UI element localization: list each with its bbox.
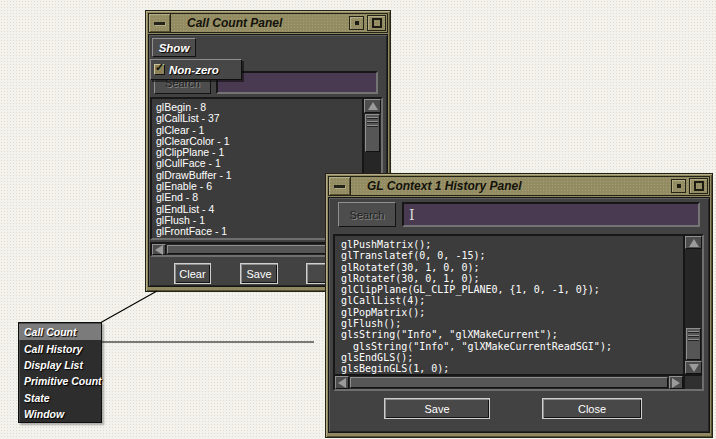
menu-item[interactable]: Primitive Count	[19, 373, 101, 389]
text-cursor: I	[404, 207, 415, 223]
scroll-right-button[interactable]	[669, 376, 683, 389]
window-menu-button[interactable]	[671, 179, 686, 193]
dot-icon	[677, 184, 681, 188]
scrollbar-corner	[683, 374, 702, 389]
history-line[interactable]: glClipPlane(GL_CLIP_PLANE0, {1, 0, -1, 0…	[341, 284, 683, 295]
arrow-up-icon	[689, 239, 699, 247]
scroll-up-button[interactable]	[685, 236, 702, 249]
vertical-scrollbar[interactable]	[683, 236, 702, 374]
menu-item-label: Call History	[24, 343, 82, 355]
menu-item[interactable]: Window	[19, 406, 101, 422]
horizontal-scrollbar[interactable]	[335, 374, 683, 389]
search-button[interactable]: Search	[338, 202, 396, 227]
thumb-ridges	[688, 331, 699, 342]
history-line[interactable]: glPushMatrix();	[341, 239, 683, 250]
menu-item-label: Display List	[24, 359, 83, 371]
history-line[interactable]: glTranslatef(0, 0, -15);	[341, 250, 683, 261]
history-line[interactable]: glsBeginGLS(1, 0);	[341, 363, 683, 374]
scrollbar-track[interactable]	[685, 249, 702, 327]
history-line[interactable]: glsString("Info", "glXMakeCurrent");	[341, 329, 683, 340]
history-line[interactable]: glsString("Info", "glXMakeCurrentReadSGI…	[341, 341, 683, 352]
history-line[interactable]: glRotatef(30, 1, 0, 0);	[341, 262, 683, 273]
history-list-frame: glPushMatrix();glTranslatef(0, 0, -15);g…	[333, 234, 704, 391]
menu-item-label: Window	[24, 408, 64, 420]
search-button-label: Search	[350, 209, 385, 221]
menu-item[interactable]: State	[19, 390, 101, 406]
save-button[interactable]: Save	[384, 398, 490, 419]
connector-line-call-count	[100, 291, 157, 323]
scroll-left-button[interactable]	[335, 376, 349, 389]
maximize-icon	[694, 181, 704, 191]
history-content: Search I glPushMatrix();glTranslatef(0, …	[328, 197, 710, 433]
minimize-button[interactable]	[329, 177, 351, 195]
desktop: Call Count Panel Show ✓ Non-zero Search	[0, 0, 716, 439]
history-line[interactable]: glFlush();	[341, 318, 683, 329]
menu-item[interactable]: Call Count	[19, 324, 101, 340]
search-input[interactable]: I	[402, 202, 700, 227]
menu-item-label: Primitive Count	[24, 375, 102, 387]
maximize-button[interactable]	[689, 178, 708, 194]
history-line[interactable]: glRotatef(30, 0, 1, 0);	[341, 273, 683, 284]
scroll-down-button[interactable]	[685, 361, 702, 374]
scrollbar-thumb[interactable]	[686, 328, 701, 360]
arrow-down-icon	[689, 364, 699, 372]
minimize-icon	[334, 185, 345, 188]
menu-item[interactable]: Display List	[19, 357, 101, 373]
history-line[interactable]: glPopMatrix();	[341, 307, 683, 318]
history-line[interactable]: glCallList(4);	[341, 295, 683, 306]
history-list[interactable]: glPushMatrix();glTranslatef(0, 0, -15);g…	[335, 236, 683, 374]
arrow-left-icon	[338, 378, 346, 388]
arrow-right-icon	[672, 378, 680, 388]
history-line[interactable]: glsEndGLS();	[341, 352, 683, 363]
panels-context-menu[interactable]: Call Count Call History Display List Pri…	[18, 322, 102, 423]
menu-item-label: State	[24, 392, 50, 404]
menu-item-label: Call Count	[24, 326, 77, 338]
scrollbar-thumb[interactable]	[350, 377, 668, 388]
window-title: GL Context 1 History Panel	[351, 177, 671, 195]
history-panel-window: GL Context 1 History Panel Search I glPu…	[325, 173, 713, 438]
close-button[interactable]: Close	[542, 398, 642, 419]
history-titlebar[interactable]: GL Context 1 History Panel	[328, 176, 710, 196]
menu-item[interactable]: Call History	[19, 340, 101, 356]
